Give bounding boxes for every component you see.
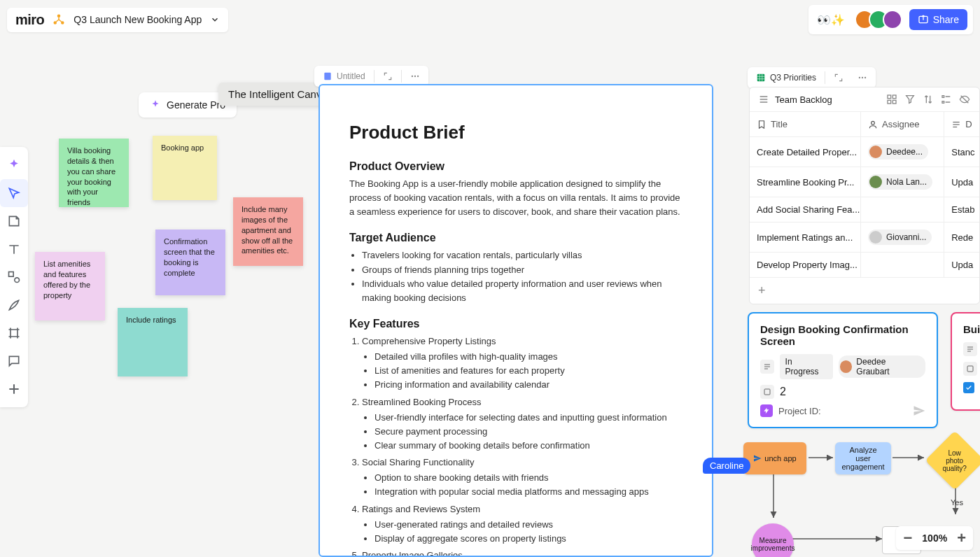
person-icon [868, 120, 878, 129]
filter-button[interactable] [904, 93, 916, 106]
text-tool[interactable] [0, 235, 28, 263]
text-icon [951, 120, 961, 129]
table-row[interactable]: Add Social Sharing Fea...Estab [750, 197, 979, 223]
ai-tool[interactable] [0, 151, 28, 179]
sticky-note[interactable]: Include ratings [118, 308, 188, 376]
more-button[interactable] [852, 70, 873, 85]
hide-button[interactable] [958, 93, 971, 106]
table-row[interactable]: Streamline Booking Pr...Nola Lan...Upda [750, 167, 979, 197]
board-switcher[interactable]: miro Q3 Launch New Booking App [7, 8, 228, 32]
svg-point-21 [872, 121, 875, 125]
doc-title: Product Brief [349, 122, 682, 143]
sticky-note[interactable]: Booking app [153, 136, 217, 200]
assignee-chip: Deedee Graubart [839, 355, 925, 378]
sticky-tool[interactable] [0, 207, 28, 235]
more-button[interactable] [405, 69, 426, 84]
svg-rect-18 [892, 100, 896, 104]
svg-point-12 [859, 77, 860, 78]
feature-sub-item: Detailed villa profiles with high-qualit… [374, 350, 682, 364]
zoom-control: − 100% + [896, 526, 973, 550]
pen-tool[interactable] [0, 291, 28, 319]
zoom-in-button[interactable]: + [957, 530, 966, 546]
document-panel[interactable]: Product Brief Product Overview The Booki… [318, 84, 713, 557]
bookmark-icon [757, 120, 766, 129]
collaborator-cursor: Caroline [703, 458, 750, 474]
shapes-tool[interactable] [0, 263, 28, 291]
reactions-icon[interactable]: 👀✨ [817, 13, 848, 27]
col-d: D [965, 119, 972, 129]
sticky-note[interactable]: Include many images of the apartment and… [233, 197, 303, 266]
cell-d: Stanc [944, 137, 979, 167]
doc-paragraph: The Booking App is a user-friendly mobil… [349, 177, 682, 219]
sticky-note[interactable]: List amenities and features offered by t… [35, 252, 105, 320]
frame-tool[interactable] [0, 319, 28, 347]
table-tab[interactable]: Q3 Priorities [750, 70, 822, 85]
avatar[interactable] [883, 10, 902, 29]
task-card[interactable]: Design Booking Confirmation Screen In Pr… [748, 312, 938, 428]
svg-point-8 [411, 76, 412, 77]
flow-node-analyze[interactable]: Analyze user engagement [835, 442, 891, 474]
feature-sub-item: Clear summary of booking details before … [374, 439, 682, 453]
flow-node-measure[interactable]: Measure improvements [752, 523, 794, 557]
doc-h2: Product Overview [349, 160, 682, 173]
feature-sub-item: Display of aggregate scores on property … [374, 532, 682, 546]
table-icon [756, 73, 766, 83]
card-title: Design Booking Confirmation Screen [760, 323, 925, 347]
sticky-note[interactable]: Confirmation screen that the booking is … [155, 230, 225, 295]
dots-icon [858, 73, 867, 83]
flow-node-launch[interactable]: unch app [743, 442, 806, 474]
svg-rect-15 [888, 95, 891, 99]
grid-view-button[interactable] [886, 93, 898, 106]
doc-h2: Key Features [349, 318, 682, 330]
svg-point-6 [15, 278, 20, 283]
expand-button[interactable] [828, 70, 849, 85]
add-row-button[interactable]: + [750, 278, 979, 304]
doc-tab[interactable]: Untitled [317, 69, 371, 84]
cell-d: Upda [944, 253, 979, 277]
cell-title: Add Social Sharing Fea... [750, 197, 861, 222]
svg-rect-11 [757, 74, 765, 82]
svg-point-10 [417, 76, 419, 77]
sort-button[interactable] [922, 93, 934, 106]
board-icon [52, 13, 65, 26]
table-toolbar: Q3 Priorities [748, 67, 876, 88]
flow-node-decision[interactable]: Low photo quality? [925, 431, 980, 491]
doc-li: Groups of friends planning trips togethe… [362, 263, 682, 277]
send-icon[interactable] [913, 404, 925, 417]
table-title: Q3 Priorities [770, 73, 816, 83]
expand-button[interactable] [377, 69, 398, 84]
add-tool[interactable] [0, 375, 28, 403]
list-icon [758, 94, 769, 105]
board-title: Q3 Launch New Booking App [74, 14, 202, 25]
svg-text:👀✨: 👀✨ [817, 13, 845, 27]
doc-li: Individuals who value detailed property … [362, 277, 682, 305]
table-row[interactable]: Implement Ratings an...Giovanni...Rede [750, 223, 979, 253]
group-button[interactable] [940, 93, 953, 106]
generate-label: Generate Pro [167, 99, 225, 111]
table-row[interactable]: Develop Property Imag...Upda [750, 253, 979, 278]
zoom-level: 100% [922, 533, 947, 544]
svg-rect-23 [967, 366, 973, 372]
miro-logo: miro [15, 12, 44, 28]
svg-rect-19 [942, 96, 944, 98]
expand-icon [834, 73, 844, 83]
svg-rect-16 [892, 95, 896, 99]
expand-icon [383, 71, 393, 81]
cell-assignee: Deedee... [861, 137, 944, 167]
zoom-out-button[interactable]: − [903, 530, 912, 546]
select-tool[interactable] [0, 179, 28, 207]
cell-title: Streamline Booking Pr... [750, 167, 861, 197]
svg-rect-22 [764, 389, 770, 395]
sticky-note[interactable]: Villa booking details & then you can sha… [59, 139, 129, 207]
table-panel[interactable]: Team Backlog Title Assignee D Create Det… [749, 87, 980, 304]
table-row[interactable]: Create Detailed Proper...Deedee...Stanc [750, 137, 979, 167]
feature-item: Streamlined Booking ProcessUser-friendly… [362, 395, 682, 453]
cell-d: Rede [944, 223, 979, 252]
svg-point-9 [414, 76, 416, 77]
share-button[interactable]: Share [909, 9, 967, 30]
col-assignee: Assignee [882, 119, 919, 129]
comment-tool[interactable] [0, 347, 28, 375]
task-card[interactable]: Build 10 M [951, 312, 980, 411]
collaborator-avatars[interactable] [855, 10, 902, 29]
feature-item: Ratings and Reviews SystemUser-generated… [362, 502, 682, 546]
